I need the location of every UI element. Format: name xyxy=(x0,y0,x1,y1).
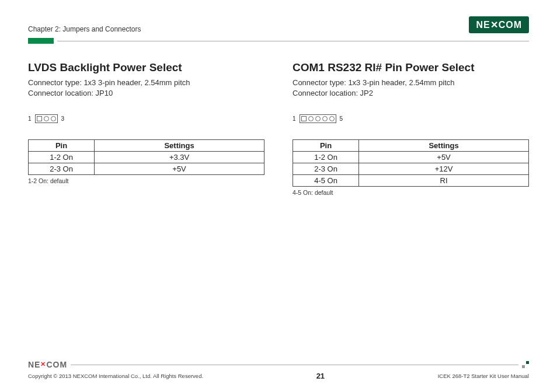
chapter-title: Chapter 2: Jumpers and Connectors xyxy=(28,25,141,33)
col-header-pin: Pin xyxy=(29,140,95,152)
connector-location: Connector location: JP10 xyxy=(28,88,264,99)
copyright-text: Copyright © 2013 NEXCOM International Co… xyxy=(28,373,203,379)
table-row: 4-5 On RI xyxy=(293,175,529,187)
pin-label-start: 1 xyxy=(293,116,296,122)
brand-logo-bottom: NE✕COM xyxy=(28,360,67,369)
section-com1: COM1 RS232 RI# Pin Power Select Connecto… xyxy=(293,61,529,196)
connector-location: Connector location: JP2 xyxy=(293,88,529,99)
pin-label-end: 3 xyxy=(61,116,65,122)
jumper-diagram: 1 3 xyxy=(28,114,264,123)
pin-icon xyxy=(37,116,42,121)
pin-icon xyxy=(329,116,335,121)
pin-icon xyxy=(322,116,328,121)
pin-icon xyxy=(51,116,56,121)
table-row: 1-2 On +5V xyxy=(293,152,529,163)
pin-icon xyxy=(301,116,307,121)
brand-logo-top: NE✕COM xyxy=(469,16,529,33)
pin-label-start: 1 xyxy=(28,116,32,122)
pin-icon xyxy=(44,116,49,121)
section-title: LVDS Backlight Power Select xyxy=(28,61,264,74)
settings-table: Pin Settings 1-2 On +5V 2-3 On +12V 4-5 … xyxy=(293,139,529,187)
pin-icon xyxy=(315,116,321,121)
col-header-settings: Settings xyxy=(359,140,529,152)
header-divider xyxy=(28,38,529,44)
jumper-diagram: 1 5 xyxy=(293,114,529,123)
page-number: 21 xyxy=(316,372,325,380)
pin-icon xyxy=(308,116,314,121)
section-lvds: LVDS Backlight Power Select Connector ty… xyxy=(28,61,264,196)
default-note: 1-2 On: default xyxy=(28,177,264,184)
settings-table: Pin Settings 1-2 On +3.3V 2-3 On +5V xyxy=(28,139,264,175)
connector-type: Connector type: 1x3 3-pin header, 2.54mm… xyxy=(28,78,264,88)
table-row: 1-2 On +3.3V xyxy=(29,152,264,163)
corner-mark-icon xyxy=(522,361,529,368)
table-row: 2-3 On +12V xyxy=(293,163,529,175)
pin-label-end: 5 xyxy=(340,116,343,122)
manual-name: ICEK 268-T2 Starter Kit User Manual xyxy=(438,373,529,379)
table-row: 2-3 On +5V xyxy=(29,163,264,175)
footer-divider: NE✕COM xyxy=(28,360,529,369)
section-title: COM1 RS232 RI# Pin Power Select xyxy=(293,61,529,74)
col-header-pin: Pin xyxy=(293,140,359,152)
col-header-settings: Settings xyxy=(95,140,264,152)
connector-type: Connector type: 1x3 3-pin header, 2.54mm… xyxy=(293,78,529,88)
default-note: 4-5 On: default xyxy=(293,189,529,196)
